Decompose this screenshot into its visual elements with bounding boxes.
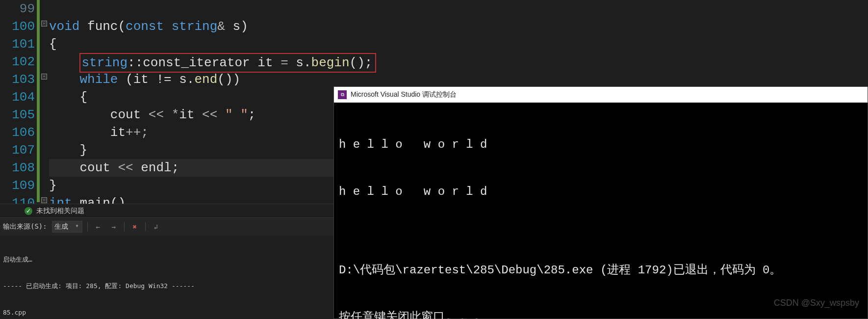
line-number: 108 [0,159,35,177]
code-line: } [49,141,333,159]
watermark-text: CSDN @Sxy_wspsby [774,298,859,308]
change-marker [37,0,40,202]
code-line: cout << *it << " "; [49,106,333,124]
line-number: 101 [0,35,35,53]
vs-icon: ⧉ [338,90,347,99]
output-line: 启动生成… [3,255,331,264]
highlighted-box: string::const_iterator it = s.begin(); [79,53,376,73]
line-number: 105 [0,106,35,124]
code-line: string::const_iterator it = s.begin(); [49,53,333,71]
output-line: 85.cpp [3,308,331,317]
line-number-gutter: 99 100 101 102 103 104 105 106 107 108 1… [0,0,37,204]
goto-next-icon[interactable]: → [108,221,119,232]
output-source-select[interactable]: 生成 [52,221,82,233]
line-number: 102 [0,53,35,71]
line-number: 106 [0,124,35,141]
line-number: 99 [0,0,35,18]
output-toolbar: 输出来源(S): 生成 ← → ✖ ↲ [0,218,333,236]
code-line: while (it != s.end()) [49,71,333,88]
code-line: void func(const string& s) [49,18,333,35]
goto-prev-icon[interactable]: ← [93,221,103,232]
output-line: ----- 已启动生成: 项目: 285, 配置: Debug Win32 --… [3,282,331,291]
separator [145,222,146,231]
fold-column: - - - [40,0,49,202]
code-editor[interactable]: 99 100 101 102 103 104 105 106 107 108 1… [0,0,333,204]
separator [124,222,125,231]
code-line: } [49,177,333,194]
code-line-current: cout << endl; [49,159,333,177]
console-output[interactable]: h e l l o w o r l d h e l l o w o r l d … [334,103,868,319]
wrap-icon[interactable]: ↲ [151,221,161,232]
status-bar: ✓ 未找到相关问题 [0,204,333,217]
status-message: 未找到相关问题 [36,207,84,215]
console-title-text: Microsoft Visual Studio 调试控制台 [351,90,457,99]
code-content[interactable]: void func(const string& s) { string::con… [49,0,333,212]
console-line: h e l l o w o r l d [339,137,863,153]
output-panel: 输出来源(S): 生成 ← → ✖ ↲ 启动生成… ----- 已启动生成: 项… [0,217,333,319]
console-line: D:\代码包\razertest\285\Debug\285.exe (进程 1… [339,263,863,278]
fold-toggle-icon[interactable]: - [41,197,47,203]
code-line: it++; [49,124,333,141]
console-titlebar[interactable]: ⧉ Microsoft Visual Studio 调试控制台 [334,87,868,103]
separator [87,222,88,231]
line-number: 107 [0,141,35,159]
line-number: 109 [0,177,35,194]
line-number: 100 [0,18,35,35]
fold-toggle-icon[interactable]: - [41,21,47,27]
fold-toggle-icon[interactable]: - [41,74,47,80]
code-line: { [49,35,333,53]
check-icon: ✓ [25,207,32,215]
line-number: 104 [0,88,35,106]
console-line: h e l l o w o r l d [339,184,863,200]
debug-console-window[interactable]: ⧉ Microsoft Visual Studio 调试控制台 h e l l … [333,86,868,319]
line-number: 103 [0,71,35,88]
console-line: 按任意键关闭此窗口. . . [339,310,863,319]
code-line: { [49,88,333,106]
output-text[interactable]: 启动生成… ----- 已启动生成: 项目: 285, 配置: Debug Wi… [0,236,333,319]
clear-icon[interactable]: ✖ [129,221,140,232]
output-source-label: 输出来源(S): [3,222,47,231]
